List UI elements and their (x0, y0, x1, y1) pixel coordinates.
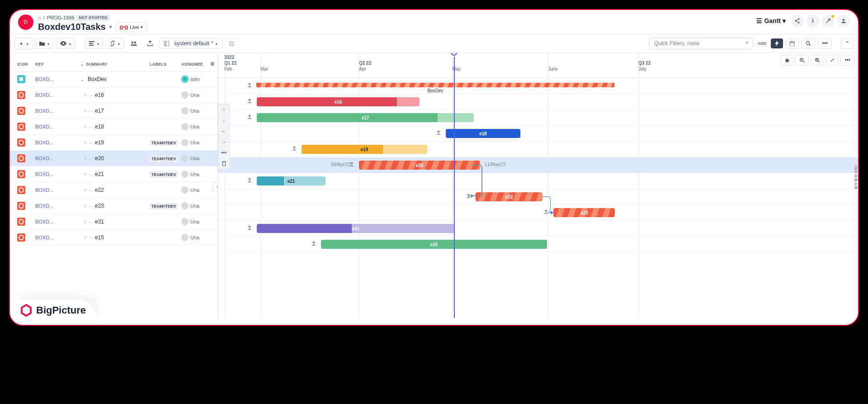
table-row[interactable]: BOXD...—e15Una (10, 230, 217, 246)
issue-key[interactable]: BOXD... (35, 187, 53, 193)
zoom-out-icon[interactable] (795, 55, 809, 66)
title-dropdown-icon[interactable]: ▾ (109, 24, 112, 30)
assignee-cell[interactable]: adm (181, 76, 213, 83)
table-row[interactable]: BOXD...—e21TEAM#TDEVUna (10, 166, 217, 182)
gantt-bar[interactable]: e23 (553, 208, 615, 217)
add-button[interactable]: ＋ (14, 38, 33, 50)
save-button[interactable] (225, 39, 238, 48)
gantt-row[interactable]: BoxDev (218, 78, 858, 94)
calendar-button[interactable] (786, 39, 799, 48)
infobar-label[interactable]: INFOBAR (853, 162, 858, 194)
align-button[interactable] (85, 38, 103, 49)
gantt-row[interactable]: e18 (218, 126, 858, 142)
issue-key[interactable]: BOXD... (35, 219, 53, 224)
col-key[interactable]: KEY (35, 62, 71, 67)
group-button[interactable] (127, 39, 141, 48)
export-button[interactable] (144, 39, 156, 48)
bolt-button[interactable] (771, 38, 783, 48)
recenter-icon[interactable]: ◉ (781, 55, 793, 66)
link-button[interactable] (106, 38, 124, 49)
assignee-cell[interactable]: Una (181, 234, 213, 241)
row-more-icon[interactable]: ••• (218, 147, 229, 158)
schedule-up-icon[interactable] (436, 130, 442, 136)
table-row[interactable]: BOXD...—e18Una (10, 119, 217, 135)
schedule-up-icon[interactable] (247, 114, 253, 120)
move-down-icon[interactable]: ↓ (218, 115, 229, 126)
assignee-cell[interactable]: Una (181, 186, 213, 194)
schedule-up-icon[interactable] (247, 98, 253, 105)
gantt-bar[interactable]: e17 (257, 113, 474, 122)
schedule-up-icon[interactable] (247, 177, 253, 184)
gantt-row[interactable]: e22 (218, 189, 858, 205)
gantt-chart[interactable]: 2022 Q1 22Q2 22Q3 22 FebMarAprMayJuneJul… (218, 53, 858, 318)
search-button[interactable] (802, 38, 815, 48)
col-labels[interactable]: LABELS (150, 62, 181, 67)
assignee-cell[interactable]: Una (181, 202, 213, 209)
gear-icon[interactable]: ⚙ (210, 61, 215, 67)
gantt-bar[interactable]: e31 (257, 224, 455, 233)
gantt-row[interactable]: e23 (218, 205, 858, 221)
outdent-icon[interactable]: ← (218, 126, 229, 137)
table-row[interactable]: BOXD...—e16Una (10, 87, 217, 103)
gantt-bar[interactable]: e16 (257, 97, 420, 106)
gantt-row[interactable]: 04/Apr/2211/May/22e20 (218, 157, 858, 173)
user-icon[interactable] (837, 14, 850, 27)
fullscreen-icon[interactable]: ⤢ (826, 55, 839, 66)
table-row[interactable]: BOXD...—e23TEAM#TDEVUna (10, 198, 217, 214)
gantt-bar[interactable]: BoxDev (257, 83, 614, 87)
settings-wrench-icon[interactable] (822, 14, 835, 27)
chevron-down-icon[interactable]: ⌄ (80, 77, 84, 82)
schedule-up-icon[interactable] (247, 82, 253, 89)
issue-key[interactable]: BOXD... (35, 235, 53, 240)
gantt-bar[interactable]: e19 (302, 145, 427, 154)
issue-key[interactable]: BOXD... (35, 140, 53, 145)
schedule-up-icon[interactable] (292, 146, 298, 152)
issue-key[interactable]: BOXD... (35, 203, 53, 209)
assignee-cell[interactable]: Una (181, 155, 213, 162)
more-button[interactable]: ••• (818, 38, 832, 49)
gantt-bar[interactable]: e15 (321, 240, 547, 249)
table-row[interactable]: BOXD...—e20TEAM#TDEVUna (10, 151, 217, 166)
issue-key[interactable]: BOXD... (35, 108, 53, 114)
quick-filters[interactable]: Quick Filters: none▾ (649, 37, 753, 50)
table-row[interactable]: BOXD...—e19TEAM#TDEVUna (10, 135, 217, 151)
share-icon[interactable] (791, 14, 804, 27)
home-icon[interactable]: ⌂ (38, 15, 41, 20)
gantt-row[interactable]: e31 (218, 221, 858, 237)
gantt-row[interactable]: e15 (218, 237, 858, 252)
more-gantt-icon[interactable]: ••• (840, 55, 854, 66)
issue-key[interactable]: BOXD... (35, 124, 53, 129)
assignee-cell[interactable]: Una (181, 91, 213, 99)
delete-icon[interactable] (218, 158, 229, 169)
gantt-bar[interactable]: e21 (257, 176, 326, 185)
gantt-bar[interactable]: e20 (359, 161, 480, 170)
assignee-cell[interactable]: Una (181, 123, 213, 130)
collapse-panel-icon[interactable]: ‹ (212, 182, 218, 192)
zoom-in-icon[interactable] (811, 55, 824, 66)
view-mode-selector[interactable]: ☰ Gantt ▾ (754, 15, 788, 26)
assignee-cell[interactable]: Una (181, 139, 213, 146)
table-row[interactable]: BOXD...—e17Una (10, 103, 217, 119)
eye-button[interactable] (56, 38, 75, 49)
col-icon[interactable]: ICON (14, 62, 35, 67)
issue-key[interactable]: BOXD... (35, 92, 53, 98)
assignee-cell[interactable]: Una (181, 218, 213, 225)
breadcrumb-prog[interactable]: PROG-1998 (47, 15, 75, 20)
live-button[interactable]: ((•))Live ▾ (116, 22, 147, 32)
issue-key[interactable]: BOXD... (35, 156, 53, 161)
schedule-up-icon[interactable] (311, 241, 317, 247)
info-icon[interactable]: i (807, 14, 819, 27)
gantt-row[interactable]: e17 (218, 110, 858, 126)
assignee-cell[interactable]: Una (181, 171, 213, 178)
gantt-row[interactable]: e19 (218, 142, 858, 157)
gantt-row[interactable]: e16 (218, 94, 858, 110)
gantt-bar[interactable]: e18 (446, 129, 520, 138)
table-row[interactable]: BOXD...—e31Una (10, 214, 217, 230)
issue-key[interactable]: BOXD... (35, 171, 53, 177)
table-row[interactable]: BOXD...—e22Una (10, 182, 217, 198)
view-selector[interactable]: system default * (159, 38, 222, 49)
collapse-up-button[interactable]: ⌃ (841, 38, 854, 49)
table-row[interactable]: BOXD...⌄BoxDevadm (10, 71, 217, 87)
col-assignee[interactable]: ASSIGNEE⚙ (181, 62, 213, 67)
schedule-up-icon[interactable] (247, 225, 253, 231)
